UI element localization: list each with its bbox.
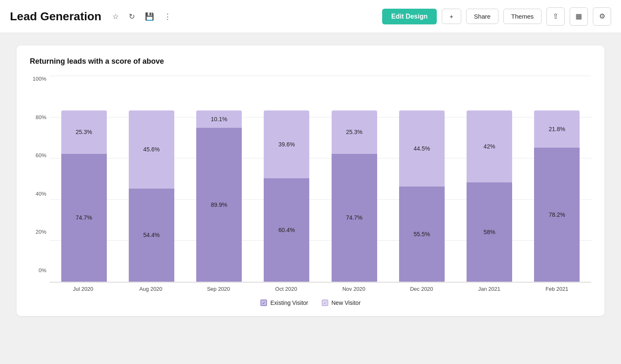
save-icon[interactable]: 💾: [142, 10, 156, 23]
bar-bottom-3: 60.4%: [264, 178, 309, 282]
bar-group-2: 10.1%89.9%: [189, 76, 249, 282]
y-label-20%: 20%: [30, 229, 50, 235]
main-content: Returning leads with a score of above 10…: [0, 33, 621, 328]
bar-group-7: 21.8%78.2%: [527, 76, 587, 282]
existing-visitor-label: Existing Visitor: [270, 299, 308, 306]
x-label-5: Dec 2020: [392, 286, 452, 292]
bar-bottom-7: 78.2%: [534, 148, 580, 282]
bar-bottom-2: 89.9%: [196, 128, 242, 282]
plus-icon: +: [450, 13, 453, 20]
existing-visitor-checkbox[interactable]: ✓: [260, 299, 267, 306]
export-icon[interactable]: ⇧: [546, 7, 565, 26]
x-label-0: Jul 2020: [53, 286, 113, 292]
new-visitor-checkbox[interactable]: ✓: [322, 299, 328, 306]
chart-title: Returning leads with a score of above: [30, 57, 591, 66]
bar-bottom-5: 55.5%: [399, 187, 445, 282]
x-label-6: Jan 2021: [459, 286, 520, 292]
bar-bottom-4: 74.7%: [332, 154, 377, 282]
legend-existing-visitor: ✓ Existing Visitor: [260, 299, 308, 306]
bar-top-7: 21.8%: [534, 110, 580, 148]
share-button[interactable]: Share: [466, 9, 498, 24]
x-label-7: Feb 2021: [527, 286, 587, 292]
x-label-1: Aug 2020: [121, 286, 181, 292]
bar-top-1: 45.6%: [129, 110, 174, 189]
y-label-100%: 100%: [30, 76, 50, 82]
bar-group-5: 44.5%55.5%: [392, 76, 452, 282]
page-title: Lead Generation: [10, 10, 101, 23]
edit-design-button[interactable]: Edit Design: [382, 9, 437, 24]
bar-top-2: 10.1%: [196, 110, 242, 128]
bar-bottom-0: 74.7%: [61, 154, 107, 282]
chart-plot: 25.3%74.7%45.6%54.4%10.1%89.9%39.6%60.4%…: [50, 76, 591, 283]
bar-top-5: 44.5%: [399, 110, 445, 187]
y-label-40%: 40%: [30, 191, 50, 197]
y-label-60%: 60%: [30, 152, 50, 158]
stacked-bar-0: 25.3%74.7%: [61, 110, 107, 282]
stacked-bar-5: 44.5%55.5%: [399, 110, 445, 282]
star-icon[interactable]: ☆: [110, 10, 121, 23]
stacked-bar-2: 10.1%89.9%: [196, 110, 242, 282]
chart-area: 100%80%60%40%20%0% 25.3%74.7%45.6%54.4%1…: [30, 76, 591, 283]
themes-button[interactable]: Themes: [503, 9, 542, 24]
gridline-0: [50, 282, 591, 282]
more-options-icon[interactable]: ⋮: [161, 10, 174, 23]
header: Lead Generation ☆ ↻ 💾 ⋮ Edit Design + Sh…: [0, 0, 621, 33]
bars-wrapper: 25.3%74.7%45.6%54.4%10.1%89.9%39.6%60.4%…: [50, 76, 591, 282]
x-label-2: Sep 2020: [188, 286, 249, 292]
y-label-0%: 0%: [30, 267, 50, 273]
comment-icon[interactable]: ▦: [570, 7, 588, 26]
bar-top-6: 42%: [467, 110, 512, 182]
stacked-bar-6: 42%58%: [467, 110, 512, 282]
bar-group-6: 42%58%: [460, 76, 520, 282]
bar-group-3: 39.6%60.4%: [257, 76, 317, 282]
y-axis: 100%80%60%40%20%0%: [30, 76, 50, 274]
bar-bottom-6: 58%: [467, 182, 512, 282]
legend: ✓ Existing Visitor ✓ New Visitor: [30, 299, 591, 306]
stacked-bar-7: 21.8%78.2%: [534, 110, 580, 282]
new-visitor-label: New Visitor: [332, 299, 361, 306]
bar-top-4: 25.3%: [332, 110, 377, 154]
x-label-4: Nov 2020: [324, 286, 384, 292]
bar-bottom-1: 54.4%: [129, 189, 174, 282]
bar-top-3: 39.6%: [264, 110, 309, 178]
add-button[interactable]: +: [442, 9, 461, 24]
bar-group-4: 25.3%74.7%: [324, 76, 384, 282]
x-label-3: Oct 2020: [256, 286, 317, 292]
y-label-80%: 80%: [30, 114, 50, 120]
stacked-bar-4: 25.3%74.7%: [332, 110, 377, 282]
refresh-icon[interactable]: ↻: [126, 10, 137, 23]
x-axis: Jul 2020Aug 2020Sep 2020Oct 2020Nov 2020…: [30, 286, 591, 292]
bar-group-0: 25.3%74.7%: [54, 76, 114, 282]
legend-new-visitor: ✓ New Visitor: [322, 299, 361, 306]
stacked-bar-3: 39.6%60.4%: [264, 110, 309, 282]
stacked-bar-1: 45.6%54.4%: [129, 110, 174, 282]
chart-card: Returning leads with a score of above 10…: [17, 46, 604, 316]
settings-icon[interactable]: ⚙: [593, 7, 611, 26]
bar-top-0: 25.3%: [61, 110, 107, 154]
bar-group-1: 45.6%54.4%: [121, 76, 181, 282]
